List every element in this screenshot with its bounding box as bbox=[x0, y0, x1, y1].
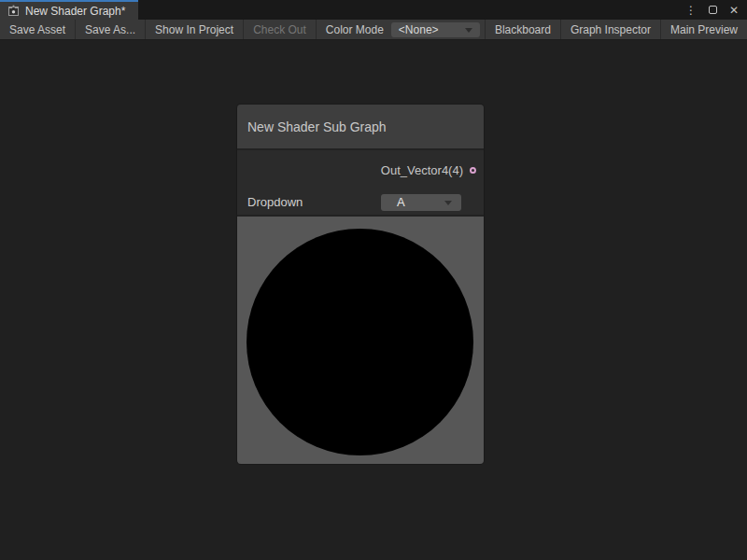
maximize-icon[interactable] bbox=[709, 6, 717, 14]
graph-inspector-toggle-button[interactable]: Graph Inspector bbox=[560, 20, 660, 39]
vector4-output-port[interactable] bbox=[470, 167, 476, 174]
chevron-down-icon bbox=[444, 201, 452, 205]
show-in-project-button[interactable]: Show In Project bbox=[146, 20, 244, 39]
save-as-button[interactable]: Save As... bbox=[76, 20, 146, 39]
color-mode-label: Color Mode bbox=[317, 20, 391, 39]
node-output-row: Out_Vector4(4) bbox=[237, 150, 484, 189]
more-options-icon[interactable]: ⋮ bbox=[685, 5, 697, 16]
node-dropdown-row: Dropdown A bbox=[237, 189, 484, 215]
preview-sphere bbox=[247, 229, 473, 455]
shader-graph-asset-icon bbox=[7, 5, 20, 17]
graph-canvas[interactable]: New Shader Sub Graph Out_Vector4(4) Drop… bbox=[0, 41, 747, 560]
chevron-down-icon bbox=[465, 28, 472, 33]
tab-title: New Shader Graph* bbox=[25, 5, 125, 18]
close-icon[interactable]: ✕ bbox=[729, 5, 739, 16]
check-out-button: Check Out bbox=[244, 20, 317, 39]
window-tab-bar: New Shader Graph* ⋮ ✕ bbox=[0, 0, 747, 20]
dropdown-property-label: Dropdown bbox=[247, 195, 303, 209]
output-port-label: Out_Vector4(4) bbox=[381, 163, 463, 177]
color-mode-dropdown[interactable]: <None> bbox=[391, 22, 480, 37]
tab-bar-spacer bbox=[138, 0, 685, 20]
node-title-bar[interactable]: New Shader Sub Graph bbox=[237, 105, 484, 148]
save-asset-button[interactable]: Save Asset bbox=[0, 20, 76, 39]
shader-graph-toolbar: Save Asset Save As... Show In Project Ch… bbox=[0, 20, 747, 40]
tab-new-shader-graph[interactable]: New Shader Graph* bbox=[0, 0, 138, 20]
dropdown-selected-value: A bbox=[397, 195, 405, 209]
node-preview-area[interactable] bbox=[237, 217, 484, 464]
node-title: New Shader Sub Graph bbox=[247, 119, 387, 134]
color-mode-selected-value: <None> bbox=[399, 23, 439, 36]
dropdown-value-selector[interactable]: A bbox=[381, 194, 461, 211]
blackboard-toggle-button[interactable]: Blackboard bbox=[485, 20, 560, 39]
window-controls: ⋮ ✕ bbox=[685, 0, 747, 20]
main-preview-toggle-button[interactable]: Main Preview bbox=[660, 20, 747, 39]
sub-graph-node[interactable]: New Shader Sub Graph Out_Vector4(4) Drop… bbox=[237, 105, 484, 464]
